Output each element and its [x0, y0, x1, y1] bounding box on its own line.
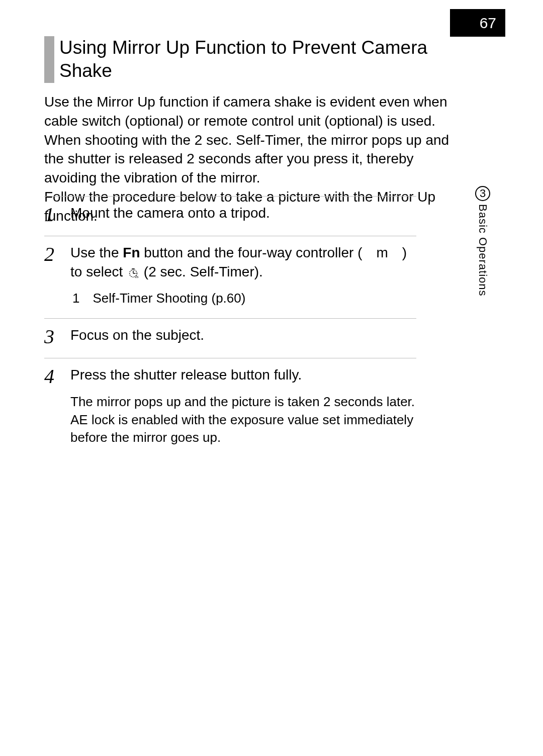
step-body: Mount the camera onto a tripod. [70, 204, 416, 225]
step-body: Focus on the subject. [70, 326, 416, 347]
step-item: 2 Use the Fn button and the four-way con… [44, 236, 416, 318]
step-item: 1 Mount the camera onto a tripod. [44, 196, 416, 236]
step-text-post: (2 sec. Self-Timer). [140, 264, 263, 279]
chapter-number-badge: 3 [475, 186, 490, 201]
step-body: Use the Fn button and the four-way contr… [70, 243, 416, 307]
step-text: Use the Fn button and the four-way contr… [70, 245, 407, 279]
chapter-number: 3 [480, 187, 486, 200]
step-number: 4 [44, 365, 70, 446]
step-number: 1 [44, 204, 70, 225]
self-timer-2s-icon: 2s [128, 264, 139, 284]
header-accent-bar [44, 36, 54, 83]
steps-list: 1 Mount the camera onto a tripod. 2 Use … [44, 196, 416, 457]
svg-text:2s: 2s [135, 275, 139, 278]
page-number-text: 67 [480, 15, 496, 32]
page-number: 67 [450, 9, 505, 37]
step-text: Focus on the subject. [70, 327, 204, 343]
step-number: 2 [44, 243, 70, 307]
section-header: Using Mirror Up Function to Prevent Came… [44, 36, 450, 83]
chapter-label: Basic Operations [476, 204, 489, 297]
fn-button-label: Fn [123, 245, 140, 260]
step-item: 4 Press the shutter release button fully… [44, 358, 416, 457]
chapter-side-tab: 3 Basic Operations [473, 186, 493, 297]
step-number: 3 [44, 326, 70, 347]
step-detail: The mirror pops up and the picture is ta… [70, 393, 416, 446]
step-text: Press the shutter release button fully. [70, 367, 302, 383]
manual-page: 67 Using Mirror Up Function to Prevent C… [0, 0, 543, 756]
cross-reference: 1 Self-Timer Shooting (p.60) [70, 290, 416, 307]
step-item: 3 Focus on the subject. [44, 318, 416, 358]
section-title: Using Mirror Up Function to Prevent Came… [54, 36, 450, 83]
step-body: Press the shutter release button fully. … [70, 365, 416, 446]
step-text-pre: Use the [70, 245, 123, 260]
step-text: Mount the camera onto a tripod. [70, 205, 270, 221]
